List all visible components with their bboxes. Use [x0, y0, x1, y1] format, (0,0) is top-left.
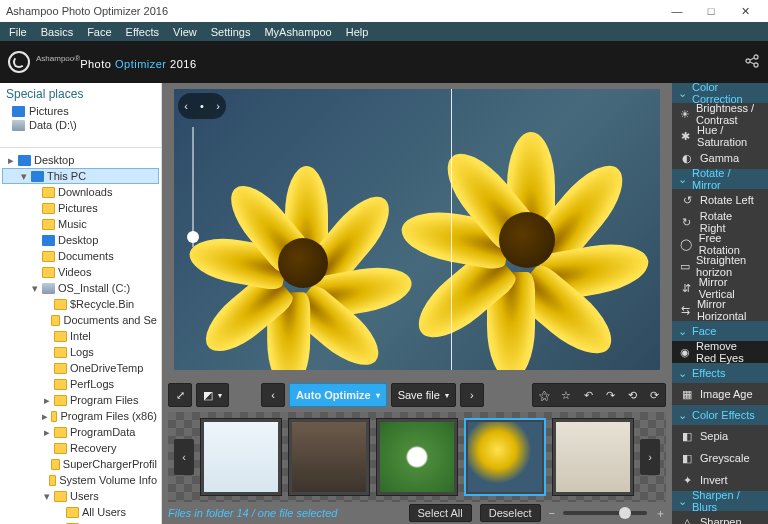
image-preview[interactable]: ‹•› [168, 83, 666, 376]
wand-icon[interactable]: ⚝ [533, 384, 555, 406]
thumbnail[interactable] [464, 418, 546, 496]
tree-node[interactable]: ▸ProgramData [2, 424, 159, 440]
tree-node[interactable]: ▾This PC [2, 168, 159, 184]
tree-node[interactable]: Pictures [2, 200, 159, 216]
panel-item[interactable]: ◧Greyscale [672, 447, 768, 469]
menu-myashampoo[interactable]: MyAshampoo [257, 24, 338, 40]
panel-section-header[interactable]: ⌄Color Effects [672, 405, 768, 425]
strip-prev-button[interactable]: ‹ [174, 439, 194, 475]
minimize-button[interactable]: — [660, 0, 694, 22]
fullscreen-button[interactable]: ⤢ [168, 383, 192, 407]
thumbnail[interactable] [200, 418, 282, 496]
panel-section-header[interactable]: ⌄Rotate / Mirror [672, 169, 768, 189]
share-icon[interactable] [744, 53, 760, 71]
tree-node[interactable]: Desktop [2, 232, 159, 248]
zoom-out-icon[interactable]: − [549, 507, 555, 519]
tree-node[interactable]: Videos [2, 264, 159, 280]
filmstrip[interactable]: ‹ › [168, 412, 666, 502]
tree-node[interactable]: ▾OS_Install (C:) [2, 280, 159, 296]
select-all-button[interactable]: Select All [409, 504, 472, 522]
tree-label: OneDriveTemp [70, 362, 143, 374]
menu-view[interactable]: View [166, 24, 204, 40]
tree-node[interactable]: ▸Program Files [2, 392, 159, 408]
menu-effects[interactable]: Effects [119, 24, 166, 40]
panel-item[interactable]: ▦Image Age [672, 383, 768, 405]
folder-tree[interactable]: ▸Desktop▾This PC Downloads Pictures Musi… [0, 148, 161, 524]
tree-node[interactable]: ▾Users [2, 488, 159, 504]
panel-item[interactable]: ◧Sepia [672, 425, 768, 447]
tree-node[interactable]: Recovery [2, 440, 159, 456]
tree-twisty[interactable]: ▸ [42, 426, 51, 439]
tree-node[interactable]: $Recycle.Bin [2, 296, 159, 312]
tree-node[interactable]: ▸Program Files (x86) [2, 408, 159, 424]
redo-icon[interactable]: ↷ [599, 384, 621, 406]
panel-item[interactable]: ◯Free Rotation [672, 233, 768, 255]
zoom-in-icon[interactable]: ＋ [655, 506, 666, 521]
panel-section-header[interactable]: ⌄Color Correction [672, 83, 768, 103]
compare-button[interactable]: ◩▾ [196, 383, 229, 407]
panel-item[interactable]: ▭Straighten horizon [672, 255, 768, 277]
special-item-data[interactable]: Data (D:\) [6, 118, 155, 132]
panel-item[interactable]: ✦Invert [672, 469, 768, 491]
nav-left-icon[interactable]: ‹ [184, 100, 188, 112]
menu-file[interactable]: File [2, 24, 34, 40]
tree-node[interactable]: SuperChargerProfil [2, 456, 159, 472]
tree-twisty[interactable]: ▸ [6, 154, 15, 167]
thumbnail[interactable] [552, 418, 634, 496]
save-file-button[interactable]: Save file▾ [391, 383, 456, 407]
tree-twisty[interactable]: ▾ [30, 282, 39, 295]
prev-image-button[interactable]: ‹ [261, 383, 285, 407]
undo-icon[interactable]: ↶ [577, 384, 599, 406]
panel-item[interactable]: ↺Rotate Left [672, 189, 768, 211]
preview-nav[interactable]: ‹•› [178, 93, 226, 119]
tree-node[interactable]: ▸Desktop [2, 152, 159, 168]
tree-twisty[interactable]: ▾ [42, 490, 51, 503]
thumbnail[interactable] [288, 418, 370, 496]
tree-node[interactable]: Logs [2, 344, 159, 360]
next-image-button[interactable]: › [460, 383, 484, 407]
panel-item[interactable]: ✱Hue / Saturation [672, 125, 768, 147]
compare-splitter[interactable] [451, 89, 452, 370]
menu-help[interactable]: Help [339, 24, 376, 40]
thumb-size-slider[interactable] [563, 511, 647, 515]
panel-item[interactable]: ◐Gamma [672, 147, 768, 169]
tree-node[interactable]: OneDriveTemp [2, 360, 159, 376]
nav-right-icon[interactable]: › [216, 100, 220, 112]
svg-point-2 [754, 63, 758, 67]
thumbnail[interactable] [376, 418, 458, 496]
menu-settings[interactable]: Settings [204, 24, 258, 40]
tree-node[interactable]: System Volume Info [2, 472, 159, 488]
revert-icon[interactable]: ⟲ [621, 384, 643, 406]
panel-section-header[interactable]: ⌄Effects [672, 363, 768, 383]
tree-node[interactable]: PerfLogs [2, 376, 159, 392]
tree-twisty[interactable]: ▾ [19, 170, 28, 183]
panel-section-header[interactable]: ⌄Face [672, 321, 768, 341]
maximize-button[interactable]: □ [694, 0, 728, 22]
panel-item[interactable]: ↻Rotate Right [672, 211, 768, 233]
close-button[interactable]: ✕ [728, 0, 762, 22]
strip-next-button[interactable]: › [640, 439, 660, 475]
panel-item[interactable]: ⇵Mirror Vertical [672, 277, 768, 299]
panel-item[interactable]: ◉Remove Red Eyes [672, 341, 768, 363]
menu-face[interactable]: Face [80, 24, 118, 40]
tree-twisty[interactable]: ▸ [42, 410, 48, 423]
menu-basics[interactable]: Basics [34, 24, 80, 40]
tree-node[interactable]: Intel [2, 328, 159, 344]
panel-section-header[interactable]: ⌄Sharpen / Blurs [672, 491, 768, 511]
tree-node[interactable]: ▸Default [2, 520, 159, 524]
tree-node[interactable]: Downloads [2, 184, 159, 200]
tree-node[interactable]: Music [2, 216, 159, 232]
zoom-slider-knob[interactable] [187, 231, 199, 243]
zoom-slider-rail[interactable] [192, 127, 194, 247]
redo-all-icon[interactable]: ⟳ [643, 384, 665, 406]
panel-item[interactable]: ⇆Mirror Horizontal [672, 299, 768, 321]
star-icon[interactable]: ☆ [555, 384, 577, 406]
tree-node[interactable]: Documents [2, 248, 159, 264]
panel-item[interactable]: ☀Brightness / Contrast [672, 103, 768, 125]
tree-twisty[interactable]: ▸ [42, 394, 51, 407]
tree-node[interactable]: All Users [2, 504, 159, 520]
deselect-button[interactable]: Deselect [480, 504, 541, 522]
tree-node[interactable]: Documents and Se [2, 312, 159, 328]
auto-optimize-button[interactable]: Auto Optimize▾ [289, 383, 387, 407]
special-item-pictures[interactable]: Pictures [6, 104, 155, 118]
